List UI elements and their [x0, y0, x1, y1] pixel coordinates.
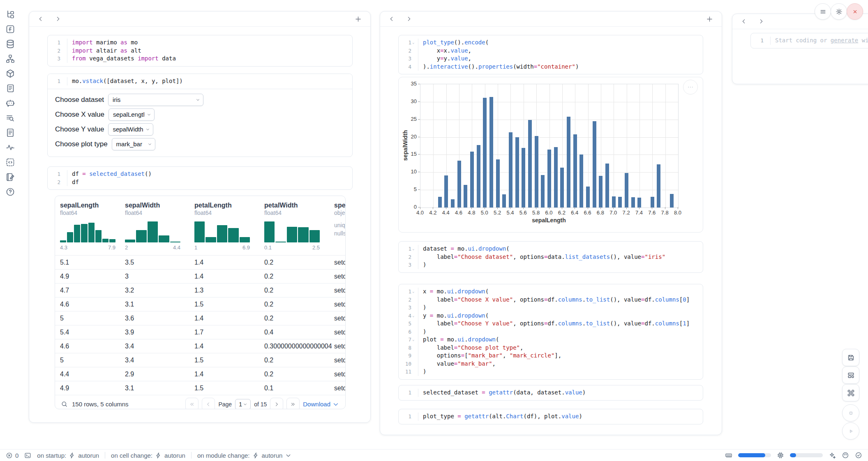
- dropdown-choose-plot-type[interactable]: mark_bar: [112, 138, 155, 150]
- on-module-change-config[interactable]: on module change: autorun: [197, 452, 292, 459]
- add-cell-button[interactable]: [706, 15, 713, 23]
- command-palette-button[interactable]: [842, 384, 859, 401]
- code-cell-imports[interactable]: 1import marimo as mo2import altair as al…: [47, 35, 353, 67]
- scroll-right-button[interactable]: [758, 18, 764, 25]
- on-startup-config[interactable]: on startup: autorun: [37, 452, 99, 459]
- dropdown-choose-x-value[interactable]: sepalLength: [108, 108, 155, 121]
- last-page-button[interactable]: [286, 398, 300, 410]
- code-line: selected_dataset = getattr(data, dataset…: [418, 389, 586, 397]
- logs-icon[interactable]: [5, 83, 15, 93]
- chart-plot-area[interactable]: [420, 84, 679, 208]
- on-cell-change-config[interactable]: on cell change: autorun: [111, 452, 185, 459]
- database-icon[interactable]: [5, 39, 15, 49]
- functions-icon[interactable]: [5, 24, 15, 34]
- scroll-left-button[interactable]: [741, 18, 747, 25]
- y-tick-label: 10: [400, 168, 417, 175]
- notebook-menu-button[interactable]: [815, 3, 831, 20]
- x-tick-label: 7.8: [661, 210, 669, 216]
- prev-page-button[interactable]: [202, 398, 215, 410]
- table-search-icon[interactable]: [61, 401, 68, 408]
- chart-bar: [657, 164, 660, 207]
- table-cell: 4.4: [60, 371, 125, 378]
- column-header-petalWidth[interactable]: petalWidthfloat640.12.5: [264, 202, 334, 255]
- code-cell-plot-type[interactable]: 1plot_type = getattr(alt.Chart(df), plot…: [398, 409, 703, 424]
- chart-bar: [579, 154, 583, 207]
- documentation-icon[interactable]: [5, 172, 15, 182]
- code-line: ): [418, 304, 426, 312]
- code-cell-vstack[interactable]: 1mo.vstack([dataset, x, y, plot]): [48, 74, 352, 89]
- save-button[interactable]: [842, 349, 859, 366]
- layout-toggle-button[interactable]: [842, 366, 859, 384]
- help-icon[interactable]: [5, 187, 15, 197]
- first-page-button[interactable]: [185, 398, 199, 410]
- code-line: df = selected_dataset(): [67, 170, 152, 178]
- page-count-label: of 15: [254, 401, 267, 408]
- chart-bar: [509, 132, 512, 207]
- tracing-icon[interactable]: [5, 143, 15, 152]
- code-line: import altair as alt: [67, 47, 141, 55]
- download-button[interactable]: Download: [303, 401, 339, 408]
- status-check-icon[interactable]: [855, 452, 862, 459]
- dropdown-choose-dataset[interactable]: iris: [108, 94, 203, 106]
- empty-cell-editor[interactable]: 1Start coding or generate with AI: [750, 33, 868, 48]
- code-cell-dataset-dropdown[interactable]: 1⌄dataset = mo.ui.dropdown(2 label="Choo…: [398, 241, 703, 273]
- x-tick-label: 6.6: [584, 210, 591, 216]
- table-cell: 1.4: [194, 343, 264, 350]
- code-cell-plot[interactable]: 1⌄plot_type().encode(2 x=x.value,3 y=y.v…: [398, 35, 703, 74]
- y-tick-label: 25: [400, 116, 417, 122]
- x-tick-label: 6.2: [558, 210, 566, 216]
- table-cell: 4.6: [60, 301, 125, 308]
- code-line: plot_type = getattr(alt.Chart(df), plot.…: [418, 413, 582, 421]
- code-cell-xy-plot-dropdowns[interactable]: 1⌄x = mo.ui.dropdown(2 label="Choose X v…: [398, 284, 703, 380]
- page-select-wrap: 1: [235, 399, 251, 410]
- code-line: label="Choose Y value", options=df.colum…: [418, 320, 690, 328]
- column-header-species[interactable]: speciesobjectuniquenulls:: [334, 202, 346, 255]
- close-panel-button[interactable]: [847, 3, 863, 20]
- dropdown-choose-y-value[interactable]: sepalWidth: [108, 123, 153, 136]
- bolt-icon: [69, 452, 76, 459]
- column-header-petalLength[interactable]: petalLengthfloat6416.9: [194, 202, 264, 255]
- control-row: Choose X valuesepalLength: [55, 107, 345, 122]
- run-all-button[interactable]: [842, 422, 859, 440]
- errors-indicator[interactable]: 0: [6, 452, 18, 459]
- column-histogram: [194, 220, 250, 242]
- file-tree-icon[interactable]: [5, 9, 15, 19]
- stop-kernel-button[interactable]: [842, 404, 859, 422]
- code-line: plot_type().encode(: [418, 39, 489, 47]
- scroll-right-button[interactable]: [406, 16, 412, 22]
- add-cell-button[interactable]: [354, 15, 362, 23]
- ai-sparkle-icon[interactable]: [829, 452, 836, 459]
- scroll-left-button[interactable]: [37, 16, 44, 22]
- cpu-usage-bar: [790, 453, 823, 457]
- line-number: 3: [399, 261, 418, 269]
- code-cell-selected-dataset[interactable]: 1selected_dataset = getattr(data, datase…: [398, 385, 703, 401]
- page-select[interactable]: 1: [235, 399, 251, 410]
- table-cell: 5: [60, 315, 125, 322]
- code-line: x=x.value,: [418, 47, 471, 55]
- chart-menu-button[interactable]: [683, 80, 698, 95]
- packages-icon[interactable]: [5, 69, 15, 78]
- chart-bar: [496, 159, 500, 207]
- panel-header: [29, 12, 370, 27]
- terminal-button[interactable]: [24, 452, 31, 459]
- scroll-right-button[interactable]: [55, 16, 61, 22]
- outline-icon[interactable]: [5, 113, 15, 123]
- table-cell: setosa: [334, 371, 346, 378]
- dependencies-icon[interactable]: [5, 54, 15, 64]
- scratchpad-icon[interactable]: [5, 157, 15, 167]
- table-cell: 1.4: [194, 259, 264, 266]
- x-tick-label: 7.2: [623, 210, 630, 216]
- settings-button[interactable]: [831, 3, 847, 20]
- altair-chart-output[interactable]: sepalLength sepalWidth 4.04.24.44.64.85.…: [398, 77, 703, 233]
- snippets-icon[interactable]: [5, 128, 15, 138]
- next-page-button[interactable]: [270, 398, 283, 410]
- code-line: options=["mark_bar", "mark_circle"],: [418, 352, 561, 360]
- copilot-icon[interactable]: [842, 452, 849, 459]
- code-cell-dataframe[interactable]: 1df = selected_dataset()2df: [47, 166, 353, 190]
- ai-chat-icon[interactable]: [5, 98, 15, 108]
- table-row: 5.13.51.40.2setosa: [55, 255, 345, 269]
- table-cell: setosa: [334, 357, 346, 364]
- column-header-sepalLength[interactable]: sepalLengthfloat644.37.9: [60, 202, 125, 255]
- column-header-sepalWidth[interactable]: sepalWidthfloat6424.4: [125, 202, 194, 255]
- scroll-left-button[interactable]: [388, 16, 395, 22]
